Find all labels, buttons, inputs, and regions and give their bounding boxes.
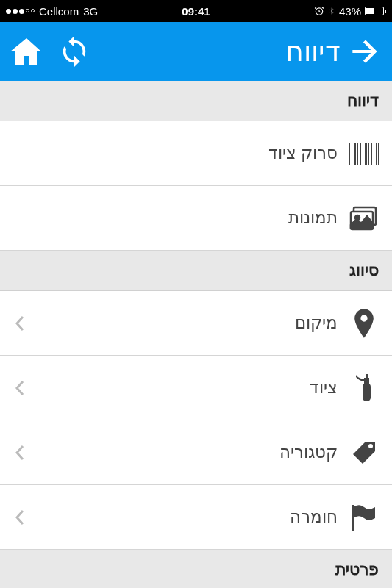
- section-header-private: פרטית: [0, 550, 392, 588]
- list-item-label: קטגוריה: [279, 442, 338, 462]
- home-icon[interactable]: [9, 34, 44, 69]
- status-right: 43%: [314, 5, 386, 18]
- svg-rect-16: [363, 383, 371, 401]
- svg-rect-11: [376, 143, 377, 165]
- flag-icon: [348, 503, 380, 531]
- chevron-left-icon: [15, 315, 25, 332]
- network-label: 3G: [83, 5, 98, 18]
- carrier-label: Cellcom: [39, 5, 79, 18]
- svg-rect-1: [349, 143, 350, 165]
- nav-title: דיווח: [285, 35, 341, 68]
- svg-rect-12: [378, 143, 379, 165]
- battery-percent: 43%: [339, 5, 361, 18]
- list-item-category[interactable]: קטגוריה: [0, 420, 392, 485]
- svg-rect-8: [368, 143, 369, 165]
- photos-icon: [348, 206, 380, 231]
- svg-rect-9: [371, 143, 372, 165]
- list-item-location[interactable]: מיקום: [0, 291, 392, 356]
- svg-rect-18: [366, 374, 368, 379]
- list-item-label: מיקום: [295, 313, 338, 333]
- location-pin-icon: [348, 309, 380, 338]
- alarm-icon: [314, 6, 324, 16]
- list-item-photos[interactable]: תמונות: [0, 186, 392, 251]
- bluetooth-icon: [328, 6, 335, 16]
- chevron-left-icon: [15, 509, 25, 526]
- svg-rect-19: [352, 505, 354, 531]
- svg-rect-5: [360, 143, 361, 165]
- svg-rect-4: [357, 143, 358, 165]
- svg-rect-7: [365, 143, 367, 165]
- chevron-left-icon: [15, 379, 25, 397]
- list-item-severity[interactable]: חומרה: [0, 485, 392, 550]
- chevron-left-icon: [15, 444, 25, 462]
- arrow-right-icon[interactable]: [346, 33, 383, 70]
- barcode-icon: [348, 143, 380, 165]
- battery-icon: [365, 7, 386, 15]
- list-item-label: סרוק ציוד: [268, 143, 338, 163]
- refresh-icon[interactable]: [57, 35, 91, 68]
- list-item-equipment[interactable]: ציוד: [0, 356, 392, 420]
- signal-strength-icon: [6, 9, 35, 14]
- status-bar: Cellcom 3G 09:41 43%: [0, 0, 392, 22]
- svg-rect-17: [364, 378, 369, 384]
- list-item-label: תמונות: [288, 208, 338, 228]
- navigation-bar: דיווח: [0, 22, 392, 81]
- svg-rect-3: [354, 143, 356, 165]
- status-time: 09:41: [182, 5, 210, 18]
- list-item-scan-equipment[interactable]: סרוק ציוד: [0, 121, 392, 186]
- section-header-classification: סיווג: [0, 251, 392, 291]
- list-item-label: ציוד: [310, 378, 338, 398]
- status-left: Cellcom 3G: [6, 5, 98, 18]
- svg-rect-2: [352, 143, 352, 165]
- svg-rect-6: [363, 143, 363, 165]
- svg-rect-10: [374, 143, 374, 165]
- fire-extinguisher-icon: [348, 373, 380, 403]
- list-item-label: חומרה: [290, 507, 338, 527]
- section-header-report: דיווח: [0, 81, 392, 121]
- tag-icon: [348, 440, 380, 466]
